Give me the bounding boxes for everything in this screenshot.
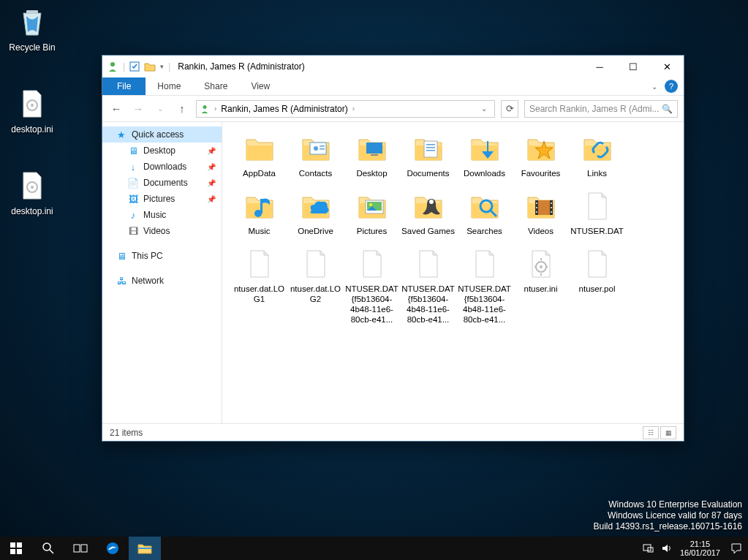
desktop-icon-ini-1[interactable]: desktop.ini: [4, 86, 60, 135]
pin-icon: 📌: [207, 163, 216, 171]
view-large-button[interactable]: ▦: [660, 426, 676, 439]
file-item[interactable]: NTUSER.DAT{f5b13604-4b48-11e6-80cb-e41..…: [401, 246, 456, 325]
file-item[interactable]: ntuser.ini: [513, 246, 568, 325]
ribbon-tab-view[interactable]: View: [239, 77, 282, 95]
start-button[interactable]: [0, 537, 32, 560]
ribbon-tab-home[interactable]: Home: [146, 77, 192, 95]
file-item[interactable]: NTUSER.DAT: [570, 189, 624, 236]
ribbon-tab-share[interactable]: Share: [192, 77, 239, 95]
help-button[interactable]: ?: [665, 80, 678, 93]
svg-rect-37: [10, 542, 15, 548]
qat-dropdown-icon[interactable]: ▾: [160, 63, 164, 70]
svg-point-5: [110, 62, 115, 67]
refresh-button[interactable]: ⟳: [501, 100, 518, 118]
ribbon-tab-file[interactable]: File: [102, 77, 146, 95]
file-item-label: Favourites: [513, 168, 568, 178]
qat-folder-icon[interactable]: [144, 61, 156, 72]
view-details-button[interactable]: ☷: [643, 426, 659, 439]
titlebar[interactable]: | ▾ | Rankin, James R (Administrator) ─ …: [102, 56, 684, 77]
nav-up-button[interactable]: ↑: [174, 101, 190, 117]
pin-icon: 📌: [207, 179, 216, 187]
content-pane[interactable]: AppDataContactsDesktopDocumentsDownloads…: [222, 122, 684, 423]
file-item[interactable]: OneDrive: [288, 189, 343, 236]
desktop-icon-ini-2[interactable]: desktop.ini: [4, 168, 60, 216]
ini-file-icon: [15, 86, 50, 121]
file-item[interactable]: AppData: [232, 131, 287, 178]
taskbar-app-explorer[interactable]: [129, 537, 161, 560]
breadcrumb-segment[interactable]: Rankin, James R (Administrator): [221, 104, 347, 114]
folder-icon: [355, 131, 390, 166]
ribbon-expand-icon[interactable]: ⌄: [651, 83, 657, 91]
close-button[interactable]: ✕: [650, 56, 684, 77]
file-item[interactable]: Videos: [513, 189, 568, 236]
search-icon: 🔍: [662, 104, 673, 114]
file-item[interactable]: Desktop: [344, 131, 399, 178]
nav-network[interactable]: 🖧 Network: [102, 273, 222, 289]
nav-forward-button[interactable]: →: [130, 101, 146, 117]
file-item[interactable]: NTUSER.DAT{f5b13604-4b48-11e6-80cb-e41..…: [344, 246, 399, 325]
file-item-label: AppData: [232, 168, 287, 178]
nav-this-pc[interactable]: 🖥 This PC: [102, 248, 222, 264]
tray-volume-icon[interactable]: [661, 543, 673, 553]
file-icon: [580, 246, 615, 281]
svg-rect-10: [320, 145, 325, 147]
breadcrumb-dropdown-icon[interactable]: ⌄: [477, 105, 491, 113]
file-item[interactable]: Saved Games: [401, 189, 456, 236]
nav-videos[interactable]: 🎞 Videos: [102, 223, 222, 239]
svg-rect-11: [320, 148, 325, 150]
maximize-button[interactable]: ☐: [616, 56, 650, 77]
file-item-label: NTUSER.DAT{f5b13604-4b48-11e6-80cb-e41..…: [457, 284, 512, 325]
nav-quick-access[interactable]: ★ Quick access: [102, 126, 222, 143]
svg-rect-12: [366, 143, 382, 154]
nav-pictures[interactable]: 🖼 Pictures 📌: [102, 191, 222, 207]
system-tray[interactable]: 21:15 16/01/2017: [636, 540, 748, 557]
file-item[interactable]: Links: [570, 131, 624, 178]
svg-point-33: [551, 207, 552, 208]
tray-network-icon[interactable]: [642, 543, 654, 553]
search-box[interactable]: Search Rankin, James R (Admi... 🔍: [524, 100, 678, 118]
folder-icon: [467, 189, 502, 224]
nav-documents[interactable]: 📄 Documents 📌: [102, 175, 222, 191]
file-item[interactable]: Documents: [401, 131, 456, 178]
file-item-label: ntuser.pol: [570, 284, 624, 294]
file-item[interactable]: Downloads: [457, 131, 512, 178]
file-item[interactable]: NTUSER.DAT{f5b13604-4b48-11e6-80cb-e41..…: [457, 246, 512, 325]
nav-desktop[interactable]: 🖥 Desktop 📌: [102, 143, 222, 159]
file-item[interactable]: Favourites: [513, 131, 568, 178]
task-view-button[interactable]: [64, 537, 97, 560]
action-center-icon[interactable]: [730, 542, 742, 554]
file-item[interactable]: ntuser.dat.LOG1: [232, 246, 287, 325]
svg-rect-39: [10, 549, 15, 554]
desktop-icon-recycle-bin[interactable]: Recycle Bin: [4, 4, 60, 53]
status-bar: 21 items ☷ ▦: [102, 423, 684, 441]
folder-icon: [242, 189, 277, 224]
file-item[interactable]: ntuser.dat.LOG2: [288, 246, 343, 325]
file-item[interactable]: Contacts: [288, 131, 343, 178]
file-item-label: Downloads: [457, 168, 512, 178]
svg-rect-14: [424, 141, 437, 157]
breadcrumb-sep-icon: ›: [352, 105, 355, 113]
file-item-label: NTUSER.DAT{f5b13604-4b48-11e6-80cb-e41..…: [344, 284, 399, 325]
file-item[interactable]: Music: [232, 189, 287, 236]
taskbar-app-edge[interactable]: [97, 537, 129, 560]
file-item[interactable]: Searches: [457, 189, 512, 236]
ini-file-icon: [15, 168, 50, 203]
status-item-count: 21 items: [110, 428, 143, 438]
nav-recent-dropdown[interactable]: ⌄: [152, 101, 168, 117]
tray-clock[interactable]: 21:15 16/01/2017: [680, 540, 723, 557]
minimize-button[interactable]: ─: [583, 56, 616, 77]
nav-music[interactable]: ♪ Music: [102, 207, 222, 223]
file-item[interactable]: Pictures: [344, 189, 399, 236]
file-icon: [467, 246, 502, 281]
file-item[interactable]: ntuser.pol: [570, 246, 624, 325]
nav-downloads[interactable]: ↓ Downloads 📌: [102, 159, 222, 175]
qat-properties-icon[interactable]: [129, 61, 140, 72]
desktop-icon-label: desktop.ini: [4, 124, 60, 135]
nav-back-button[interactable]: ←: [108, 101, 124, 117]
folder-icon: [242, 131, 277, 166]
desktop-icon-label: desktop.ini: [4, 206, 60, 216]
svg-point-9: [314, 146, 318, 151]
file-item-label: Links: [570, 168, 624, 178]
taskbar-search-button[interactable]: [32, 537, 64, 560]
breadcrumb-bar[interactable]: › Rankin, James R (Administrator) › ⌄: [196, 100, 495, 118]
